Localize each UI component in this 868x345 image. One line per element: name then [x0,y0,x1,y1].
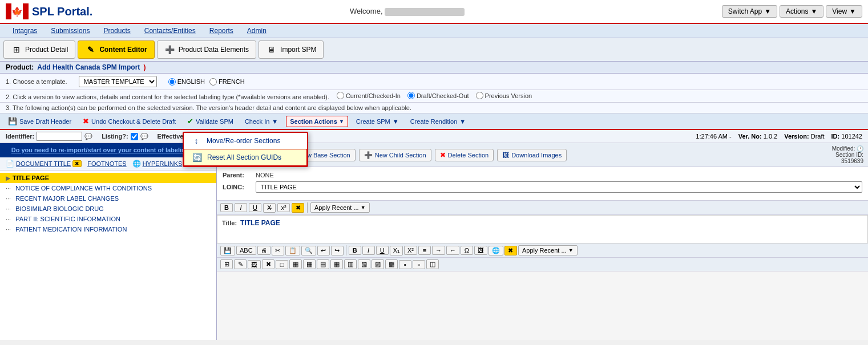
table-r6-btn[interactable]: ▥ [344,259,357,269]
tree-item-part-ii[interactable]: ··· PART II: SCIENTIFIC INFORMATION [0,214,216,224]
create-rendition-button[interactable]: Create Rendition ▼ [407,116,469,127]
document-title-remove[interactable]: ✖ [72,160,82,167]
content-bold-btn[interactable]: B [349,246,361,255]
undo-checkout-button[interactable]: ✖ Undo Checkout & Delete Draft [79,115,179,127]
table-r10-btn[interactable]: ▪ [399,260,411,269]
content-print-btn[interactable]: 🖨 [257,246,271,255]
loinc-select[interactable]: TITLE PAGE [256,181,862,193]
tree-dots: ··· [6,216,11,222]
table-r3-btn[interactable]: ▦ [303,259,316,269]
strikethrough-button[interactable]: X̶ [263,203,276,213]
content-redo-btn[interactable]: ↪ [331,246,344,255]
content-save-btn[interactable]: 💾 [220,246,235,255]
table-r7-btn[interactable]: ▧ [358,259,370,269]
apply-recent-title-button[interactable]: Apply Recent ... ▼ [310,202,370,213]
nav-item-contacts[interactable]: Contacts/Entities [138,24,203,38]
identifier-comment-icon[interactable]: 💬 [84,133,92,140]
table-r12-btn[interactable]: ◫ [426,259,439,269]
validate-spm-button[interactable]: ✔ Validate SPM [184,115,237,127]
tab-content-editor[interactable]: ✎ Content Editor [78,40,154,59]
table-x-btn[interactable]: ✖ [262,259,274,269]
dropdown-item-move-reorder[interactable]: ↕ Move/Re-order Sections [184,133,307,149]
sidebar-header-link[interactable]: Do you need to re-import/start over your… [11,147,195,153]
create-spm-button[interactable]: Create SPM ▼ [353,116,402,127]
step3-text: 3. The following action(s) can be perfor… [0,103,868,113]
bold-button[interactable]: B [220,203,233,212]
table-r11-btn[interactable]: ▫ [413,260,425,269]
tab-import-spm[interactable]: 🖥 Import SPM [259,40,324,59]
italic-button[interactable]: I [235,203,247,212]
tree-item-notice-compliance[interactable]: ··· NOTICE OF COMPLIANCE WITH CONDITIONS [0,183,216,193]
content-cut-btn[interactable]: ✂ [272,246,284,255]
radio-current[interactable]: Current/Checked-In [337,92,401,99]
content-sub-btn[interactable]: X₁ [390,246,403,255]
step1-area: 1. Choose a template. MASTER TEMPLATE EN… [0,74,868,90]
remove-format-button[interactable]: ✖ [292,203,304,213]
table-r9-btn[interactable]: ▩ [385,259,398,269]
content-sup-btn[interactable]: X² [404,246,417,255]
content-special-btn[interactable]: Ω [461,246,473,255]
table-r5-btn[interactable]: ▦ [330,259,343,269]
content-removeformat-btn[interactable]: ✖ [504,246,517,255]
section-actions-button[interactable]: Section Actions ▼ [286,116,348,127]
new-child-section-button[interactable]: ➕ New Child Section [359,149,431,161]
content-list-btn[interactable]: ≡ [418,246,431,255]
dropdown-item-reset-guids[interactable]: 🔄 Reset All Section GUIDs [184,149,307,166]
delete-section-button[interactable]: ✖ Delete Section [435,149,494,161]
section-actions-dropdown: ↕ Move/Re-order Sections 🔄 Reset All Sec… [183,132,308,167]
superscript-button[interactable]: x² [277,203,290,212]
tree-item-title-page[interactable]: ▶ TITLE PAGE [0,173,216,183]
listing-comment-icon[interactable]: 💬 [140,133,148,140]
svg-rect-2 [23,3,29,19]
nav-item-intagras[interactable]: Intagras [6,24,44,38]
tree-item-patient-medication[interactable]: ··· PATIENT MEDICATION INFORMATION [0,224,216,234]
view-button[interactable]: View ▼ [826,5,862,18]
table-edit-btn[interactable]: ✎ [234,259,247,269]
underline-button[interactable]: U [249,203,261,212]
table-img-btn[interactable]: 🖼 [248,260,261,269]
document-title-link[interactable]: DOCUMENT TITLE [16,160,71,167]
radio-previous[interactable]: Previous Version [476,92,532,99]
table-r2-btn[interactable]: ▦ [289,259,302,269]
table-r8-btn[interactable]: ▨ [372,259,384,269]
nav-item-admin[interactable]: Admin [240,24,273,38]
content-spell-btn[interactable]: ABC [236,246,256,255]
content-indent-btn[interactable]: → [432,246,445,255]
tab-product-detail[interactable]: ⊞ Product Detail [3,40,75,59]
nav-item-submissions[interactable]: Submissions [44,24,96,38]
nav-item-reports[interactable]: Reports [203,24,240,38]
tree-item-biosimilar[interactable]: ··· BIOSIMILAR BIOLOGIC DRUG [0,204,216,214]
table-btn[interactable]: ⊞ [220,259,233,269]
template-select[interactable]: MASTER TEMPLATE [79,76,157,87]
content-undo-btn[interactable]: ↩ [317,246,330,255]
content-copy-btn[interactable]: 📋 [285,246,300,255]
toolbar-sep-2 [346,245,346,255]
hyperlinks-link[interactable]: HYPERLINKS [143,160,183,167]
switch-app-button[interactable]: Switch App ▼ [722,5,777,18]
content-outdent-btn[interactable]: ← [446,246,459,255]
radio-english[interactable]: ENGLISH [168,78,205,86]
radio-french[interactable]: FRENCH [209,78,245,86]
table-r4-btn[interactable]: ▤ [317,259,329,269]
sidebar-tree: ▶ TITLE PAGE ··· NOTICE OF COMPLIANCE WI… [0,171,216,340]
check-in-button[interactable]: Check In ▼ [241,116,281,127]
language-radio-group: ENGLISH FRENCH [168,78,245,86]
save-draft-button[interactable]: 💾 Save Draft Header [5,115,75,127]
tree-item-recent-major[interactable]: ··· RECENT MAJOR LABEL CHANGES [0,193,216,204]
actions-button[interactable]: Actions ▼ [780,5,823,18]
listing-checkbox[interactable] [131,133,138,140]
footnotes-link[interactable]: FOOTNOTES [87,160,126,167]
download-images-button[interactable]: 🖼 Download Images [497,149,567,161]
nav-item-products[interactable]: Products [96,24,137,38]
content-link-btn[interactable]: 🌐 [488,246,503,255]
content-underline-btn[interactable]: U [376,246,389,255]
identifier-input[interactable] [37,132,82,141]
tab-product-data-elements[interactable]: ➕ Product Data Elements [157,40,256,59]
content-italic-btn[interactable]: I [362,246,375,255]
content-img-btn[interactable]: 🖼 [474,246,487,255]
content-find-btn[interactable]: 🔍 [301,246,316,255]
table-r1-btn[interactable]: □ [276,260,288,269]
radio-draft[interactable]: Draft/Checked-Out [407,92,469,99]
apply-recent-content-button[interactable]: Apply Recent ... ▼ [518,245,578,255]
modified-info: Modified: 🕐 Section ID: 3519639 [832,145,863,164]
